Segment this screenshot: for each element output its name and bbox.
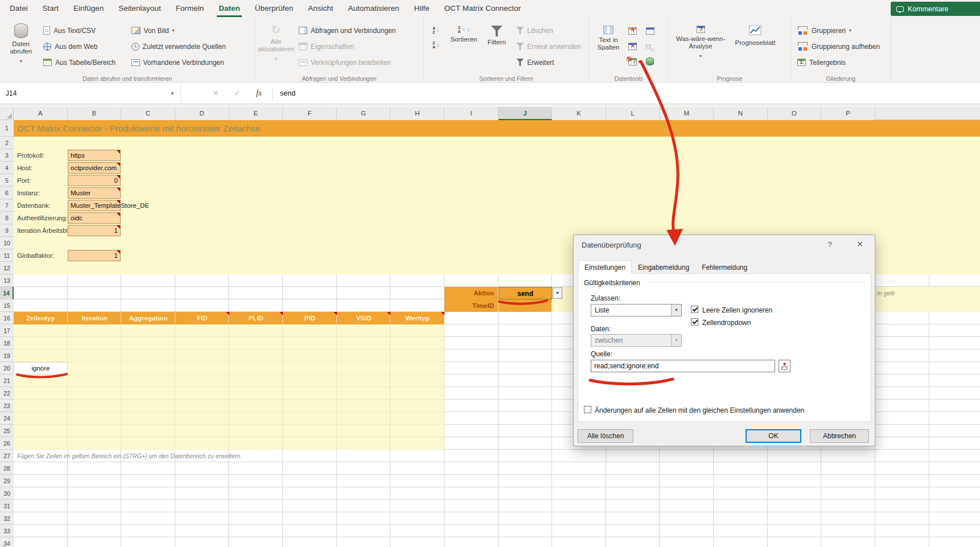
cell-timeid-label[interactable]: TimeID (444, 299, 499, 312)
what-if-button[interactable]: ? Was-wäre-wenn-Analyse ▾ (672, 22, 729, 73)
tab-seitenlayout[interactable]: Seitenlayout (111, 0, 168, 17)
column-header-I[interactable]: I (444, 107, 499, 120)
ignore-blank-checkbox[interactable] (691, 306, 698, 313)
manage-data-model-button[interactable] (644, 55, 656, 68)
from-picture-button[interactable]: Von Bild ▾ (129, 23, 251, 38)
existing-connections-button[interactable]: Vorhandene Verbindungen (129, 55, 251, 70)
in-cell-dropdown-checkbox[interactable] (691, 318, 698, 326)
sort-az-button[interactable]: AZ ↓ (427, 23, 444, 37)
get-data-button[interactable]: Daten abrufen ▾ (3, 22, 38, 73)
formula-bar-value[interactable]: send (280, 83, 295, 104)
help-icon[interactable]: ? (824, 240, 835, 249)
column-header-C[interactable]: C (121, 107, 175, 120)
remove-duplicates-button[interactable]: ✕ (627, 39, 642, 53)
tab-formeln[interactable]: Formeln (168, 0, 212, 17)
column-header-M[interactable]: M (660, 107, 714, 120)
sort-za-button[interactable]: ZA ↓ (427, 38, 444, 52)
filter-button[interactable]: Filtern (482, 22, 511, 73)
from-table-range-button[interactable]: Aus Tabelle/Bereich (40, 55, 126, 70)
reapply-button[interactable]: Erneut anwenden (513, 39, 585, 54)
row-header-23[interactable]: 23 (0, 400, 14, 412)
column-header-K[interactable]: K (552, 107, 606, 120)
forecast-sheet-button[interactable]: Prognoseblatt (731, 22, 779, 73)
field-value-cell[interactable]: 1 (68, 250, 121, 261)
row-header-2[interactable]: 2 (0, 137, 14, 149)
dialog-tab-einstellungen[interactable]: Einstellungen (578, 260, 632, 274)
select-all-corner[interactable] (0, 107, 14, 120)
row-header-1[interactable]: 1 (0, 120, 14, 137)
row-header-5[interactable]: 5 (0, 174, 14, 187)
comments-button[interactable]: Kommentare (891, 2, 980, 16)
combo-arrow-icon[interactable]: ▼ (671, 305, 681, 316)
allow-combobox[interactable]: Liste ▼ (591, 304, 682, 316)
cell-ignore[interactable]: ignore (14, 362, 68, 375)
collapse-dialog-button[interactable] (779, 360, 790, 372)
row-header-7[interactable]: 7 (0, 199, 14, 212)
tab-start[interactable]: Start (35, 0, 67, 17)
refresh-all-button[interactable]: ↻ Alle aktualisieren ▾ (258, 22, 294, 73)
field-value-cell[interactable]: Muster_TemplateStore_DE (68, 200, 121, 211)
dialog-tab-fehlermeldung[interactable]: Fehlermeldung (695, 260, 753, 274)
field-value-cell[interactable]: https (68, 150, 121, 161)
field-value-cell[interactable]: 0 (68, 175, 121, 186)
row-header-31[interactable]: 31 (0, 500, 14, 512)
row-header-24[interactable]: 24 (0, 412, 14, 425)
cell-aktion-value-selected[interactable]: send (499, 287, 552, 299)
properties-button[interactable]: Eigenschaften (296, 39, 417, 54)
row-header-21[interactable]: 21 (0, 375, 14, 387)
row-header-33[interactable]: 33 (0, 525, 14, 537)
from-web-button[interactable]: Aus dem Web (40, 39, 126, 54)
row-header-11[interactable]: 11 (0, 249, 14, 262)
row-header-28[interactable]: 28 (0, 462, 14, 475)
row-header-4[interactable]: 4 (0, 162, 14, 174)
subtotal-button[interactable]: Σ Teilergebnis (794, 55, 886, 70)
advanced-filter-button[interactable]: Erweitert (513, 55, 585, 70)
text-to-columns-button[interactable]: Text in Spalten (592, 22, 624, 73)
row-header-16[interactable]: 16 (0, 312, 14, 324)
tab-ueberpruefen[interactable]: Überprüfen (248, 0, 301, 17)
row-header-15[interactable]: 15 (0, 299, 14, 312)
field-value-cell[interactable]: 1 (68, 225, 121, 236)
cancel-icon[interactable]: ✕ (207, 83, 224, 104)
table-header-cell[interactable]: PLID (229, 312, 283, 324)
insert-function-icon[interactable]: fx (250, 83, 267, 104)
row-header-6[interactable]: 6 (0, 187, 14, 199)
cell-timeid-value[interactable] (499, 299, 552, 312)
column-header-J[interactable]: J (499, 107, 553, 120)
from-text-csv-button[interactable]: Aus Text/CSV (40, 23, 126, 38)
enter-icon[interactable]: ✓ (229, 83, 246, 104)
close-icon[interactable]: ✕ (854, 240, 866, 249)
table-header-cell[interactable]: Werttyp (390, 312, 444, 324)
row-header-3[interactable]: 3 (0, 149, 14, 162)
data-validation-button[interactable]: ✓ ▾ (627, 55, 642, 68)
table-header-cell[interactable]: Aggregation (121, 312, 175, 324)
column-header-N[interactable]: N (714, 107, 768, 120)
tab-daten[interactable]: Daten (211, 0, 248, 17)
column-header-H[interactable]: H (390, 107, 444, 120)
row-header-25[interactable]: 25 (0, 425, 14, 437)
recent-sources-button[interactable]: Zuletzt verwendete Quellen (129, 39, 251, 54)
tab-datei[interactable]: Datei (2, 0, 35, 17)
table-header-cell[interactable]: VSID (337, 312, 391, 324)
row-header-18[interactable]: 18 (0, 337, 14, 349)
column-header-B[interactable]: B (68, 107, 122, 120)
tab-hilfe[interactable]: Hilfe (407, 0, 437, 17)
row-header-9[interactable]: 9 (0, 224, 14, 237)
row-header-14[interactable]: 14 (0, 287, 14, 299)
table-header-cell[interactable]: Zeilentyp (14, 312, 68, 324)
table-header-cell[interactable]: Iteration (68, 312, 122, 324)
column-header-F[interactable]: F (283, 107, 337, 120)
row-header-12[interactable]: 12 (0, 262, 14, 274)
row-header-13[interactable]: 13 (0, 274, 14, 287)
column-header-G[interactable]: G (337, 107, 391, 120)
tab-automatisieren[interactable]: Automatisieren (341, 0, 407, 17)
source-input[interactable] (591, 360, 775, 372)
row-header-17[interactable]: 17 (0, 324, 14, 337)
clear-all-button[interactable]: Alle löschen (578, 429, 633, 443)
column-header-E[interactable]: E (229, 107, 283, 120)
dialog-tab-eingabemeldung[interactable]: Eingabemeldung (632, 260, 695, 274)
field-value-cell[interactable]: octprovider.com (68, 162, 121, 174)
sort-button[interactable]: ZA ↑↓ Sortieren (447, 22, 480, 73)
group-button[interactable]: Gruppieren ▾ (794, 23, 886, 38)
row-header-32[interactable]: 32 (0, 512, 14, 525)
